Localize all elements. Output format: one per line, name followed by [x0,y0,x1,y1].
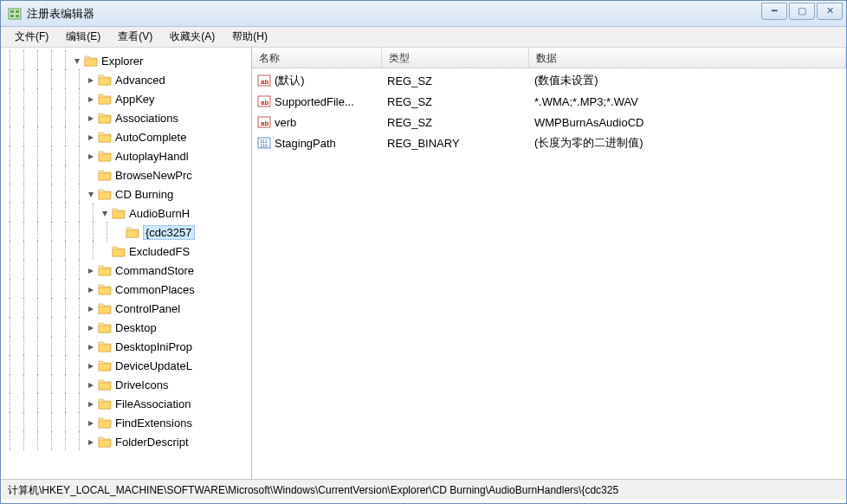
tree-label: CommonPlaces [115,283,195,296]
expand-icon[interactable]: ▸ [86,341,96,352]
svg-text:ab: ab [261,78,268,86]
tree-label: FindExtensions [115,417,192,430]
tree-item-folderdescript[interactable]: ▸FolderDescript [1,432,251,451]
tree-item-controlpanel[interactable]: ▸ControlPanel [1,299,251,318]
collapse-icon[interactable]: ▾ [72,55,82,66]
list-panel: 名称 类型 数据 ab(默认)REG_SZ(数值未设置)abSupportedF… [252,48,846,479]
expand-icon[interactable]: ▸ [86,113,96,123]
value-data: (数值未设置) [529,73,846,88]
value-name: 011110StagingPath [252,136,382,150]
value-row[interactable]: abSupportedFile...REG_SZ*.WMA;*.MP3;*.WA… [252,91,846,112]
tree-item-autoplayhandl[interactable]: ▸AutoplayHandl [1,146,251,165]
value-type: REG_SZ [382,74,529,87]
main-area: ▾Explorer▸Advanced▸AppKey▸Associations▸A… [1,48,846,479]
statusbar: 计算机\HKEY_LOCAL_MACHINE\SOFTWARE\Microsof… [1,479,846,500]
column-name[interactable]: 名称 [252,48,382,68]
tree-label: CD Burning [115,188,173,201]
tree-item-appkey[interactable]: ▸AppKey [1,89,251,108]
tree-item-commandstore[interactable]: ▸CommandStore [1,261,251,280]
expand-icon[interactable]: ▸ [86,94,96,104]
tree-label: Associations [115,112,178,125]
svg-rect-4 [16,15,19,17]
tree-label: FolderDescript [115,436,189,449]
registry-tree: ▾Explorer▸Advanced▸AppKey▸Associations▸A… [1,48,251,455]
list-header: 名称 类型 数据 [252,48,846,68]
tree-item-browsenewprc[interactable]: ▸BrowseNewPrc [1,165,251,184]
tree-label: ExcludedFS [129,245,190,258]
tree-item-driveicons[interactable]: ▸DriveIcons [1,375,251,394]
maximize-button[interactable]: ▢ [789,3,815,20]
collapse-icon[interactable]: ▾ [86,189,96,199]
expand-icon[interactable]: ▸ [86,398,96,409]
tree-label: ControlPanel [115,302,180,315]
tree-label: AudioBurnH [129,207,190,220]
menu-help[interactable]: 帮助(H) [223,27,276,47]
value-row[interactable]: ab(默认)REG_SZ(数值未设置) [252,70,846,91]
value-name: abverb [252,115,382,129]
tree-item-commonplaces[interactable]: ▸CommonPlaces [1,280,251,299]
expand-icon[interactable]: ▸ [86,379,96,390]
column-type[interactable]: 类型 [382,48,529,68]
tree-item-explorer[interactable]: ▾Explorer [1,51,251,70]
value-name: ab(默认) [252,73,382,88]
expand-icon[interactable]: ▸ [86,417,96,428]
tree-item-cdc3257[interactable]: ▸{cdc3257 [1,223,251,242]
expand-icon[interactable]: ▸ [86,265,96,275]
column-data[interactable]: 数据 [529,48,846,68]
value-row[interactable]: 011110StagingPathREG_BINARY(长度为零的二进制值) [252,132,846,153]
value-data: (长度为零的二进制值) [529,135,846,151]
menu-file[interactable]: 文件(F) [6,27,57,47]
menu-view[interactable]: 查看(V) [109,27,161,47]
expand-icon[interactable]: ▸ [86,436,96,447]
svg-rect-2 [16,10,19,13]
menu-edit[interactable]: 编辑(E) [57,27,109,47]
tree-item-associations[interactable]: ▸Associations [1,108,251,127]
tree-label: Desktop [115,321,157,334]
tree-item-advanced[interactable]: ▸Advanced [1,70,251,89]
tree-item-deviceupdatel[interactable]: ▸DeviceUpdateL [1,356,251,375]
tree-item-fileassociation[interactable]: ▸FileAssociation [1,394,251,413]
minimize-button[interactable]: ━ [761,3,787,20]
tree-label: AutoplayHandl [115,150,189,163]
tree-item-audioburnh[interactable]: ▾AudioBurnH [1,204,251,223]
collapse-icon[interactable]: ▾ [100,208,110,218]
window-controls: ━ ▢ ✕ [760,3,843,22]
value-type: REG_BINARY [382,137,529,150]
menubar: 文件(F) 编辑(E) 查看(V) 收藏夹(A) 帮助(H) [1,27,846,48]
expand-icon[interactable]: ▸ [86,303,96,313]
value-name: abSupportedFile... [252,94,382,108]
svg-rect-0 [9,9,21,19]
expand-icon[interactable]: ▸ [86,151,96,161]
expand-icon[interactable]: ▸ [86,74,96,85]
tree-label: BrowseNewPrc [115,169,192,182]
value-data: WMPBurnAsAudioCD [529,116,846,129]
expand-icon[interactable]: ▸ [86,322,96,333]
tree-label: Explorer [101,55,143,68]
tree-label: DesktopIniProp [115,340,192,353]
expand-icon[interactable]: ▸ [86,132,96,142]
tree-label: AppKey [115,93,155,106]
list-body: ab(默认)REG_SZ(数值未设置)abSupportedFile...REG… [252,68,846,153]
tree-item-desktopiniprop[interactable]: ▸DesktopIniProp [1,337,251,356]
menu-favorites[interactable]: 收藏夹(A) [161,27,223,47]
close-button[interactable]: ✕ [817,3,843,20]
tree-item-excludedfs[interactable]: ▸ExcludedFS [1,242,251,261]
value-row[interactable]: abverbREG_SZWMPBurnAsAudioCD [252,112,846,132]
svg-text:ab: ab [261,120,268,127]
tree-label: {cdc3257 [143,225,195,240]
value-type: REG_SZ [382,116,529,129]
tree-label: DriveIcons [115,378,168,391]
tree-panel[interactable]: ▾Explorer▸Advanced▸AppKey▸Associations▸A… [1,48,252,479]
expand-icon[interactable]: ▸ [86,360,96,371]
status-path: 计算机\HKEY_LOCAL_MACHINE\SOFTWARE\Microsof… [8,484,618,496]
tree-item-findextensions[interactable]: ▸FindExtensions [1,413,251,432]
tree-label: Advanced [115,74,165,87]
tree-item-autocomplete[interactable]: ▸AutoComplete [1,127,251,146]
tree-label: FileAssociation [115,397,191,410]
tree-label: DeviceUpdateL [115,359,192,372]
app-icon [8,7,22,21]
tree-item-desktop[interactable]: ▸Desktop [1,318,251,337]
expand-icon[interactable]: ▸ [86,284,96,294]
svg-text:110: 110 [261,143,268,148]
tree-item-cdburning[interactable]: ▾CD Burning [1,184,251,204]
